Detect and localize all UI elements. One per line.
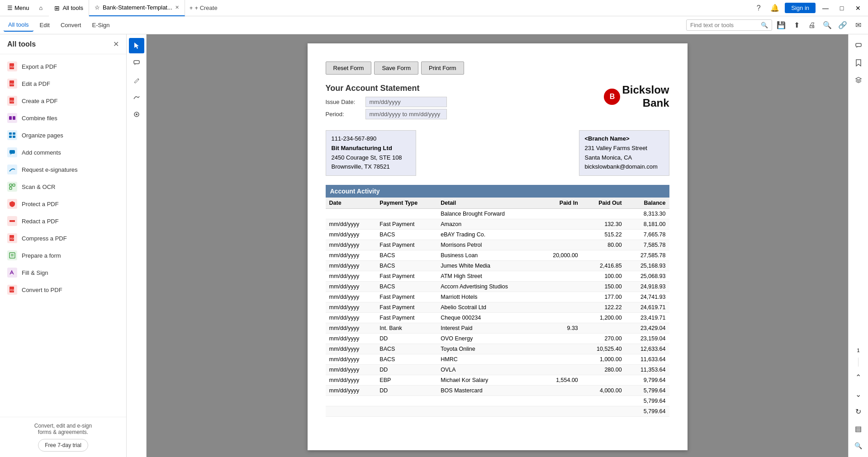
tab-grid-icon: ⊞ [54,5,60,12]
notifications-icon[interactable]: 🔔 [768,2,781,14]
period-value[interactable]: mm/dd/yyyy to mm/dd/yyyy [365,109,447,119]
search-input[interactable] [690,22,758,28]
sidebar-item-combine-files[interactable]: Combine files [0,109,126,127]
bank-logo-b-icon: B [604,89,620,105]
cell-balance: 24,741.93 [626,292,669,302]
create-tab-button[interactable]: + + Create [185,0,222,16]
link-icon[interactable]: 🔗 [836,19,849,32]
zoom-icon[interactable]: 🔍 [821,19,834,32]
cursor-tool[interactable] [129,38,144,53]
sidebar-item-edit-pdf[interactable]: PDF Edit a PDF [0,75,126,92]
sidebar-item-convert-pdf[interactable]: PDF Convert to PDF [0,281,126,298]
cell-date: mm/dd/yyyy [326,261,376,271]
bank-logo-text: B BickslowBank [604,84,669,110]
menu-button[interactable]: ☰ Menu [4,3,33,13]
cell-type: Int. Bank [376,323,437,334]
sign-in-button[interactable]: Sign in [785,3,816,13]
reset-form-button[interactable]: Reset Form [326,61,372,75]
right-panel-comment-icon[interactable] [851,38,866,53]
sidebar-item-compress-pdf[interactable]: PDF Compress a PDF [0,230,126,247]
cell-paid-out: 80.00 [582,240,626,250]
cell-date: mm/dd/yyyy [326,365,376,375]
search-bar[interactable]: 🔍 [686,19,772,31]
cell-detail: Business Loan [437,250,538,261]
convert-icon: PDF [7,285,17,295]
home-button[interactable]: ⌂ [36,3,47,13]
address-section: 111-234-567-890 Bit Manufacturing Ltd 24… [326,130,669,176]
sidebar-item-protect-pdf[interactable]: Protect a PDF [0,195,126,212]
sidebar-item-label-comments: Add comments [22,149,61,156]
menu-item-all-tools[interactable]: All tools [4,19,33,32]
print-icon[interactable]: 🖨 [806,19,818,32]
svg-rect-11 [13,136,15,138]
cell-paid-out [582,375,626,386]
cell-detail: Jumes White Media [437,261,538,271]
all-tools-tab[interactable]: ⊞ All tools [49,0,89,16]
cell-detail: ATM High Street [437,271,538,282]
scroll-down-icon[interactable]: ⌄ [851,386,866,402]
close-button[interactable]: ✕ [852,2,864,14]
branch-address: <Branch Name> 231 Valley Farms Street Sa… [579,130,669,176]
form-icon [7,250,17,260]
scroll-up-icon[interactable]: ⌃ [851,369,866,385]
right-panel-bookmark-icon[interactable] [851,55,866,71]
menu-item-edit[interactable]: Edit [35,19,54,31]
table-row: mm/dd/yyyy BACS Business Loan 20,000.00 … [326,250,669,261]
sidebar-item-export-pdf[interactable]: PDF Export a PDF [0,58,126,75]
document-tab[interactable]: ☆ Bank-Statement-Templat... ✕ [89,0,185,16]
cell-type: Fast Payment [376,292,437,302]
menu-item-convert[interactable]: Convert [56,19,86,31]
maximize-button[interactable]: □ [835,2,848,14]
sidebar-item-organize-pages[interactable]: Organize pages [0,127,126,144]
svg-rect-16 [9,187,12,189]
table-row: mm/dd/yyyy Fast Payment Cheque 000234 1,… [326,313,669,323]
upload-icon[interactable]: ⬆ [790,19,803,32]
cell-date: mm/dd/yyyy [326,344,376,354]
trial-button[interactable]: Free 7-day trial [38,439,88,452]
cell-date [326,406,376,417]
tab-close-button[interactable]: ✕ [175,5,179,10]
page-sidebar-icon[interactable]: ▤ [851,421,866,436]
sidebar-item-create-pdf[interactable]: PDF Create a PDF [0,92,126,109]
sidebar-item-prepare-form[interactable]: Prepare a form [0,247,126,264]
sidebar-item-fill-sign[interactable]: Fill & Sign [0,264,126,281]
table-header-row: Date Payment Type Detail Paid In Paid Ou… [326,198,669,209]
company-address-line1: 2450 Courage St, STE 108 [332,153,410,163]
sidebar-item-label-convert: Convert to PDF [22,287,62,293]
svg-text:PDF: PDF [10,66,14,68]
email-icon[interactable]: ✉ [852,19,864,32]
signature-tool[interactable] [129,90,144,105]
tab-bar: ⊞ All tools ☆ Bank-Statement-Templat... … [49,0,222,16]
sidebar-item-label-edit-pdf: Edit a PDF [22,80,50,87]
issue-date-value[interactable]: mm/dd/yyyy [365,97,447,107]
menu-icon: ☰ [7,5,13,11]
menu-item-esign[interactable]: E-Sign [87,19,114,31]
right-panel-layers-icon[interactable] [851,72,866,88]
svg-rect-27 [134,61,139,64]
sidebar-item-add-comments[interactable]: Add comments [0,144,126,161]
col-balance: Balance [626,198,669,209]
minimize-button[interactable]: — [819,2,832,14]
sidebar-close-button[interactable]: ✕ [113,40,119,48]
rotate-icon[interactable]: ↻ [851,404,866,419]
pencil-tool[interactable] [129,72,144,88]
col-date: Date [326,198,376,209]
sidebar-item-scan-ocr[interactable]: Scan & OCR [0,178,126,195]
cell-type [376,406,437,417]
save-icon[interactable]: 💾 [775,19,787,32]
sidebar-item-request-esignatures[interactable]: Request e-signatures [0,161,126,178]
cell-date: mm/dd/yyyy [326,282,376,292]
stamp-tool[interactable] [129,107,144,122]
sidebar-item-redact-pdf[interactable]: Redact a PDF [0,212,126,230]
comment-tool[interactable] [129,55,144,71]
help-icon[interactable]: ? [752,2,765,14]
table-row: mm/dd/yyyy EBP Michael Kor Salary 1,554.… [326,375,669,386]
zoom-in-icon[interactable]: 🔍 [851,438,866,453]
cell-paid-out: 1,200.00 [582,313,626,323]
sidebar-title: All tools [7,40,36,48]
svg-rect-32 [856,43,861,47]
save-form-button[interactable]: Save Form [374,61,418,75]
print-form-button[interactable]: Print Form [421,61,464,75]
cell-paid-in [538,396,582,406]
sidebar-header: All tools ✕ [0,34,126,54]
